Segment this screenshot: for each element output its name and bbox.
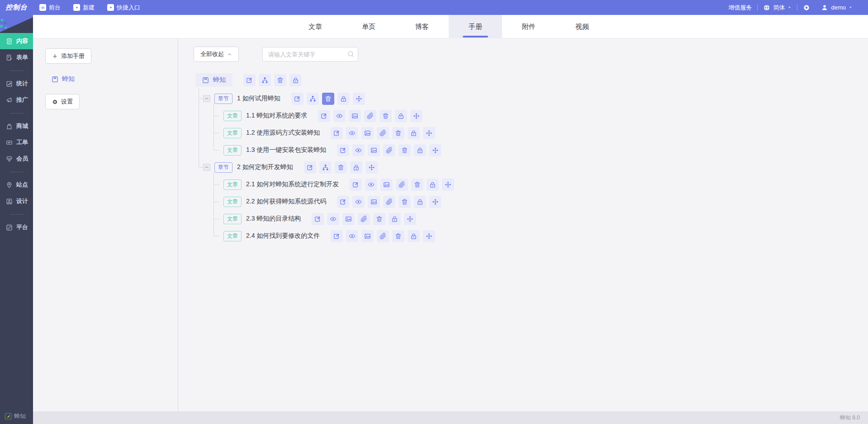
paperclip-icon-button[interactable]: [358, 213, 370, 225]
edit-icon-button[interactable]: [350, 179, 362, 191]
eye-icon-button[interactable]: [346, 230, 358, 242]
sidebar-item-form[interactable]: 表单: [0, 49, 33, 66]
lock-icon-button[interactable]: [389, 213, 401, 225]
book-link-chanzhi[interactable]: 蝉知: [52, 75, 178, 83]
lock-icon-button[interactable]: [350, 161, 362, 174]
article-title[interactable]: 1.2 使用源码方式安装蝉知: [246, 129, 320, 137]
paperclip-icon-button[interactable]: [377, 230, 389, 242]
article-title[interactable]: 1.1 蝉知对系统的要求: [246, 112, 307, 120]
sidebar-item-platform[interactable]: 平台: [0, 219, 33, 236]
image-icon-button[interactable]: [380, 179, 393, 191]
sidebar-item-shop[interactable]: 商城: [0, 118, 33, 134]
image-icon-button[interactable]: [361, 127, 374, 139]
move-icon-button[interactable]: [423, 127, 435, 139]
trash-icon-button[interactable]: [411, 179, 423, 191]
image-icon-button[interactable]: [349, 110, 361, 122]
article-title[interactable]: 1.3 使用一键安装包安装蝉知: [246, 146, 326, 154]
sitemap-icon-button[interactable]: [319, 161, 332, 174]
user-menu[interactable]: demo: [816, 0, 858, 15]
sidebar-item-ticket[interactable]: 工单: [0, 134, 33, 151]
trash-icon-button[interactable]: [398, 144, 411, 156]
lock-icon-button[interactable]: [414, 196, 426, 208]
topbar-menu-item-新建[interactable]: 新建: [67, 0, 101, 15]
lock-icon-button[interactable]: [395, 110, 407, 122]
tab-book[interactable]: 手册: [449, 15, 502, 38]
trash-icon-button[interactable]: [335, 161, 347, 174]
tree-root-book[interactable]: 蝉知: [195, 73, 232, 87]
sidebar-item-promote[interactable]: 推广: [0, 92, 33, 108]
eye-icon-button[interactable]: [365, 179, 377, 191]
trash-icon-button[interactable]: [392, 127, 404, 139]
trash-icon-button[interactable]: [274, 74, 286, 86]
paperclip-icon-button[interactable]: [383, 144, 395, 156]
chapter-title[interactable]: 1 如何试用蝉知: [237, 94, 280, 103]
tab-video[interactable]: 视频: [555, 15, 609, 38]
article-title[interactable]: 2.1 如何对蝉知系统进行定制开发: [246, 180, 339, 188]
move-icon-button[interactable]: [429, 196, 441, 208]
topbar-menu-item-前台[interactable]: 前台: [33, 0, 67, 15]
paperclip-icon-button[interactable]: [383, 196, 395, 208]
lock-icon-button[interactable]: [427, 179, 439, 191]
collapse-toggle[interactable]: [203, 164, 210, 171]
eye-icon-button[interactable]: [346, 127, 358, 139]
eye-icon-button[interactable]: [352, 196, 365, 208]
tab-article[interactable]: 文章: [289, 15, 342, 38]
image-icon-button[interactable]: [368, 144, 380, 156]
trash-icon-button[interactable]: [392, 230, 404, 242]
tab-page[interactable]: 单页: [342, 15, 395, 38]
article-title[interactable]: 2.4 如何找到要修改的文件: [246, 232, 320, 240]
language-menu[interactable]: 简体: [758, 0, 797, 15]
move-icon-button[interactable]: [353, 93, 365, 105]
eye-icon-button[interactable]: [352, 144, 365, 156]
move-icon-button[interactable]: [442, 179, 454, 191]
sidebar-item-design[interactable]: 设计: [0, 193, 33, 209]
lock-icon-button[interactable]: [408, 127, 420, 139]
move-icon-button[interactable]: [423, 230, 435, 242]
topbar-menu-item-快捷入口[interactable]: 快捷入口: [101, 0, 147, 15]
collapse-toggle[interactable]: [203, 95, 210, 102]
edit-icon-button[interactable]: [318, 110, 330, 122]
collapse-all-button[interactable]: 全部收起: [194, 47, 239, 62]
tab-blog[interactable]: 博客: [395, 15, 449, 38]
image-icon-button[interactable]: [361, 230, 374, 242]
chapter-title[interactable]: 2 如何定制开发蝉知: [237, 163, 293, 171]
lock-icon-button[interactable]: [337, 93, 350, 105]
image-icon-button[interactable]: [342, 213, 355, 225]
eye-icon-button[interactable]: [333, 110, 346, 122]
search-input[interactable]: [262, 47, 358, 61]
paperclip-icon-button[interactable]: [377, 127, 389, 139]
settings-gear-button[interactable]: [797, 0, 816, 15]
sitemap-icon-button[interactable]: [307, 93, 319, 105]
edit-icon-button[interactable]: [331, 127, 343, 139]
edit-icon-button[interactable]: [304, 161, 316, 174]
article-title[interactable]: 2.2 如何获得蝉知系统源代码: [246, 198, 326, 206]
trash-icon-button[interactable]: [398, 196, 411, 208]
trash-icon-button[interactable]: [379, 110, 392, 122]
sidebar-item-member[interactable]: 会员: [0, 151, 33, 167]
lock-icon-button[interactable]: [289, 74, 302, 86]
paperclip-icon-button[interactable]: [364, 110, 376, 122]
paperclip-icon-button[interactable]: [396, 179, 408, 191]
sidebar-item-content[interactable]: 内容: [0, 33, 33, 49]
vas-link[interactable]: 增值服务: [723, 0, 757, 15]
edit-icon-button[interactable]: [291, 93, 304, 105]
tab-file[interactable]: 附件: [502, 15, 555, 38]
article-title[interactable]: 2.3 蝉知的目录结构: [246, 215, 301, 223]
add-book-button[interactable]: 添加手册: [45, 48, 91, 64]
settings-button[interactable]: 设置: [45, 94, 80, 109]
edit-icon-button[interactable]: [331, 230, 343, 242]
sidebar-item-site[interactable]: 站点: [0, 177, 33, 193]
edit-icon-button[interactable]: [312, 213, 324, 225]
trash-icon-button[interactable]: [373, 213, 385, 225]
sitemap-icon-button[interactable]: [259, 74, 271, 86]
edit-icon-button[interactable]: [337, 196, 349, 208]
edit-icon-button[interactable]: [337, 144, 349, 156]
lock-icon-button[interactable]: [408, 230, 420, 242]
move-icon-button[interactable]: [410, 110, 422, 122]
trash-icon-button[interactable]: [322, 93, 334, 105]
edit-icon-button[interactable]: [243, 74, 256, 86]
sidebar-item-stats[interactable]: 统计: [0, 75, 33, 92]
move-icon-button[interactable]: [365, 161, 378, 174]
move-icon-button[interactable]: [404, 213, 416, 225]
move-icon-button[interactable]: [429, 144, 441, 156]
